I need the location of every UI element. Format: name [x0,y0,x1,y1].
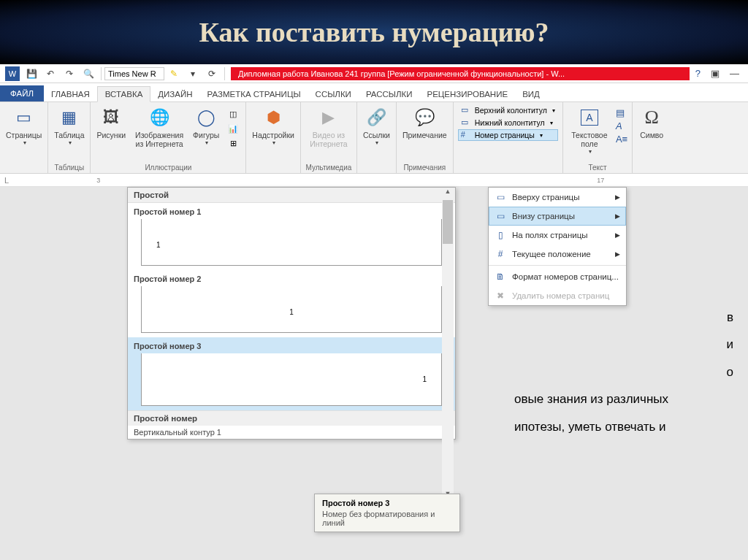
scroll-thumb[interactable] [443,200,453,244]
tab-references[interactable]: ССЫЛКИ [308,87,359,101]
gallery-item-label: Простой номер 2 [134,275,449,283]
page-number-icon: # [461,130,471,140]
chevron-down-icon: ▾ [550,120,553,126]
table-label: Таблица [54,131,84,139]
quickparts-icon[interactable]: ▤ [616,107,627,118]
doc-line: о [514,358,733,386]
footer-label: Нижний колонтитул [475,118,545,127]
menu-current-position[interactable]: # Текущее положение ▶ [489,245,626,264]
undo-icon[interactable]: ↶ [43,66,58,81]
header-button[interactable]: ▭ Верхний колонтитул ▾ [458,104,558,116]
group-label: Текст [588,164,606,173]
page-num: 1 [156,241,161,249]
tooltip: Простой номер 3 Номер без форматирования… [314,494,460,532]
find-icon[interactable]: 🔍 [81,66,96,81]
comment-button[interactable]: 💬 Примечание [401,104,449,141]
help-icon[interactable]: ? [695,68,701,79]
chevron-down-icon: ▾ [540,132,543,139]
online-video-button: ▶ Видео из Интернета [305,104,352,150]
tab-file[interactable]: ФАЙЛ [0,85,44,101]
shapes-button[interactable]: ◯ Фигуры ▾ [191,104,221,150]
scroll-up-icon[interactable]: ▲ [442,188,454,199]
footer-button[interactable]: ▭ Нижний колонтитул ▾ [458,117,558,129]
links-button[interactable]: 🔗 Ссылки ▾ [362,104,392,147]
gallery-item-1[interactable]: Простой номер 1 1 [128,203,455,270]
quick-access-toolbar: W 💾 ↶ ↷ 🔍 ✎ ▾ ⟳ Дипломная работа Иванова… [0,64,748,83]
chevron-down-icon: ▾ [69,139,72,146]
tab-view[interactable]: ВИД [515,87,547,101]
table-icon: ▦ [58,106,81,129]
symbol-button[interactable]: Ω Симво [637,104,666,141]
group-label: Мультимедиа [306,164,352,173]
ribbon-options-icon[interactable]: ▣ [711,68,720,79]
slide-title-banner: Как поставить нумерацию? [0,0,748,64]
smartart-button[interactable]: ◫ [225,107,241,120]
group-label: Таблицы [54,164,84,173]
chevron-right-icon: ▶ [615,231,620,239]
tab-mailings[interactable]: РАССЫЛКИ [359,87,420,101]
tab-layout[interactable]: РАЗМЕТКА СТРАНИЦЫ [200,87,308,101]
ribbon: ▭ Страницы ▾ ▦ Таблица ▾ Таблицы 🖼 Рисун… [0,102,748,174]
menu-label: Формат номеров страниц... [512,272,619,281]
dropcap-icon[interactable]: A≡ [616,134,627,145]
addins-button[interactable]: ⬢ Надстройки ▾ [251,104,296,147]
group-label: Примечания [403,164,446,173]
doc-line: и [514,331,733,358]
video-icon: ▶ [317,106,340,129]
chevron-down-icon: ▾ [23,139,26,146]
refresh-icon[interactable]: ⟳ [205,66,219,81]
wordart-icon[interactable]: A [616,120,627,131]
group-label [272,164,275,173]
textbox-button[interactable]: A Текстовое поле ▾ [568,104,611,156]
word-icon: W [5,66,20,81]
page-number-label: Номер страницы [475,131,535,139]
tab-insert[interactable]: ВСТАВКА [97,86,151,102]
ribbon-tabs: ФАЙЛ ГЛАВНАЯ ВСТАВКА ДИЗАЙН РАЗМЕТКА СТР… [0,83,748,102]
gallery-item-2[interactable]: Простой номер 2 1 [128,270,455,337]
minimize-icon[interactable]: — [730,68,739,79]
group-label [507,164,509,173]
gallery-section-header: Простой номер [128,410,455,426]
scroll-track[interactable] [442,199,454,490]
menu-format-page-numbers[interactable]: 🗎 Формат номеров страниц... [489,267,626,286]
ruler: L 3 17 [0,174,748,187]
pictures-button[interactable]: 🖼 Рисунки [95,104,127,150]
menu-top-of-page[interactable]: ▭ Вверху страницы ▶ [489,188,626,207]
chevron-down-icon: ▾ [589,148,592,155]
pages-button[interactable]: ▭ Страницы ▾ [4,104,43,147]
page-icon: ▭ [12,106,36,129]
group-header-footer: ▭ Верхний колонтитул ▾ ▭ Нижний колонтит… [454,102,563,173]
gallery-item-3[interactable]: Простой номер 3 1 [128,337,455,410]
save-icon[interactable]: 💾 [24,66,39,81]
gallery-item-4[interactable]: Вертикальный контур 1 [128,426,455,439]
chart-button[interactable]: 📊 [225,122,241,135]
tab-design[interactable]: ДИЗАЙН [150,87,199,101]
gallery-scrollbar[interactable]: ▲ ▼ [442,188,454,502]
page-number-dropdown: ▭ Вверху страницы ▶ ▭ Внизу страницы ▶ ▯… [488,187,627,306]
screenshot-button[interactable]: ⊞ [225,137,241,150]
tab-home[interactable]: ГЛАВНАЯ [44,87,97,101]
menu-page-margins[interactable]: ▯ На полях страницы ▶ [489,226,626,245]
chevron-down-icon: ▾ [375,139,378,146]
highlight-icon[interactable]: ✎ [167,66,181,81]
ruler-mark: 3 [96,177,100,184]
online-pictures-button[interactable]: 🌐 Изображения из Интернета [131,104,187,150]
gallery-preview: 1 [141,219,442,266]
redo-icon[interactable]: ↷ [62,66,77,81]
dropdown-icon[interactable]: ▾ [186,66,200,81]
online-picture-icon: 🌐 [148,106,171,129]
picture-icon: 🖼 [99,106,123,129]
font-selector[interactable] [104,67,164,80]
links-label: Ссылки [363,131,390,139]
smartart-icon: ◫ [228,109,238,119]
menu-bottom-of-page[interactable]: ▭ Внизу страницы ▶ [489,207,626,226]
group-symbols: Ω Симво [633,102,671,173]
group-addins: ⬢ Надстройки ▾ [246,102,301,173]
text-small-buttons: ▤ A A≡ [616,104,627,156]
tab-review[interactable]: РЕЦЕНЗИРОВАНИЕ [420,87,516,101]
page-number-button[interactable]: # Номер страницы ▾ [458,129,558,141]
page-margin-icon: ▯ [495,229,506,241]
chevron-down-icon: ▾ [205,139,208,146]
table-button[interactable]: ▦ Таблица ▾ [53,104,85,147]
slide-title: Как поставить нумерацию? [199,16,549,48]
